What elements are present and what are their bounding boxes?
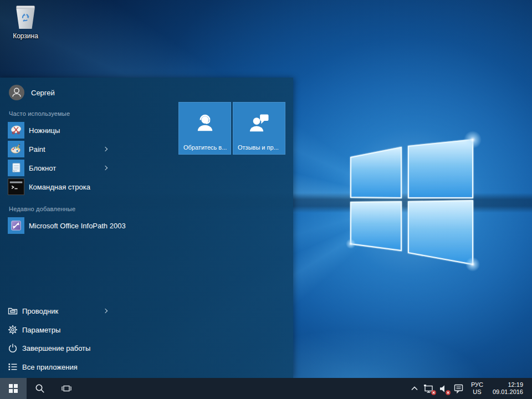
recently-added-header: Недавно добавленные xyxy=(9,206,75,212)
search-icon xyxy=(35,383,45,393)
user-avatar-icon xyxy=(9,85,24,100)
start-item-settings[interactable]: Параметры xyxy=(0,321,166,339)
error-badge-icon xyxy=(431,390,436,395)
app-item-label: Microsoft Office InfoPath 2003 xyxy=(29,222,126,230)
app-item-infopath[interactable]: Microsoft Office InfoPath 2003 xyxy=(0,216,166,235)
taskbar-clock[interactable]: 12:19 09.01.2016 xyxy=(490,381,525,396)
app-item-snipping-tool[interactable]: Ножницы xyxy=(0,121,166,140)
start-button[interactable] xyxy=(0,378,27,399)
recycle-bin-label: Корзина xyxy=(6,32,45,40)
feedback-icon xyxy=(233,111,285,136)
app-item-label: Paint xyxy=(29,145,45,154)
app-item-label: Ножницы xyxy=(29,126,60,135)
contact-support-icon xyxy=(179,111,231,136)
taskbar: РУС US 12:19 09.01.2016 xyxy=(0,378,532,399)
submenu-chevron-icon xyxy=(103,309,108,313)
app-item-paint[interactable]: Paint xyxy=(0,140,166,158)
app-item-command-prompt[interactable]: Командная строка xyxy=(0,177,166,196)
language-secondary: US xyxy=(471,388,483,396)
volume-button[interactable] xyxy=(439,384,448,393)
app-item-label: Командная строка xyxy=(29,183,90,191)
recycle-bin-desktop-icon[interactable]: Корзина xyxy=(6,4,45,40)
start-menu: Сергей Часто используемые Ножницы xyxy=(0,78,293,378)
frequently-used-header: Часто используемые xyxy=(9,110,70,117)
tile-contact-support[interactable]: Обратитесь в... xyxy=(178,102,231,155)
start-item-power[interactable]: Завершение работы xyxy=(0,339,166,357)
chevron-up-icon xyxy=(411,385,418,392)
system-tray: РУС US 12:19 09.01.2016 xyxy=(411,378,532,399)
task-view-icon xyxy=(61,383,72,393)
start-item-label: Все приложения xyxy=(22,363,78,371)
clock-date: 09.01.2016 xyxy=(493,388,523,396)
search-button[interactable] xyxy=(27,378,53,399)
file-explorer-icon xyxy=(8,306,18,316)
language-indicator[interactable]: РУС US xyxy=(469,381,485,396)
start-item-file-explorer[interactable]: Проводник xyxy=(0,302,166,320)
start-item-label: Проводник xyxy=(22,307,58,315)
windows-hero-logo xyxy=(332,127,488,272)
command-prompt-icon xyxy=(8,178,24,195)
start-item-label: Завершение работы xyxy=(22,344,90,352)
network-status-button[interactable] xyxy=(423,384,434,393)
windows-logo-icon xyxy=(9,384,18,393)
clock-time: 12:19 xyxy=(493,381,523,388)
submenu-chevron-icon xyxy=(103,147,108,151)
start-item-label: Параметры xyxy=(22,326,60,334)
infopath-icon xyxy=(8,217,24,234)
settings-gear-icon xyxy=(8,325,18,335)
submenu-chevron-icon xyxy=(103,166,108,170)
action-center-button[interactable] xyxy=(453,383,464,393)
show-hidden-icons-button[interactable] xyxy=(411,385,418,392)
power-icon xyxy=(8,343,18,353)
tile-label: Обратитесь в... xyxy=(183,144,227,151)
user-account-button[interactable]: Сергей xyxy=(9,84,55,101)
recycle-bin-icon xyxy=(14,4,37,30)
user-name: Сергей xyxy=(31,89,55,97)
all-apps-icon xyxy=(8,362,18,372)
paint-icon xyxy=(8,141,24,157)
language-primary: РУС xyxy=(471,381,483,388)
task-view-button[interactable] xyxy=(53,378,80,399)
action-center-icon xyxy=(453,383,464,393)
notepad-icon xyxy=(8,160,24,176)
app-item-label: Блокнот xyxy=(29,164,56,172)
tile-label: Отзывы и пр... xyxy=(238,144,279,151)
start-item-all-apps[interactable]: Все приложения xyxy=(0,358,166,376)
error-badge-icon xyxy=(446,390,451,395)
snipping-tool-icon xyxy=(8,122,24,139)
app-item-notepad[interactable]: Блокнот xyxy=(0,158,166,177)
tile-feedback[interactable]: Отзывы и пр... xyxy=(233,102,285,155)
